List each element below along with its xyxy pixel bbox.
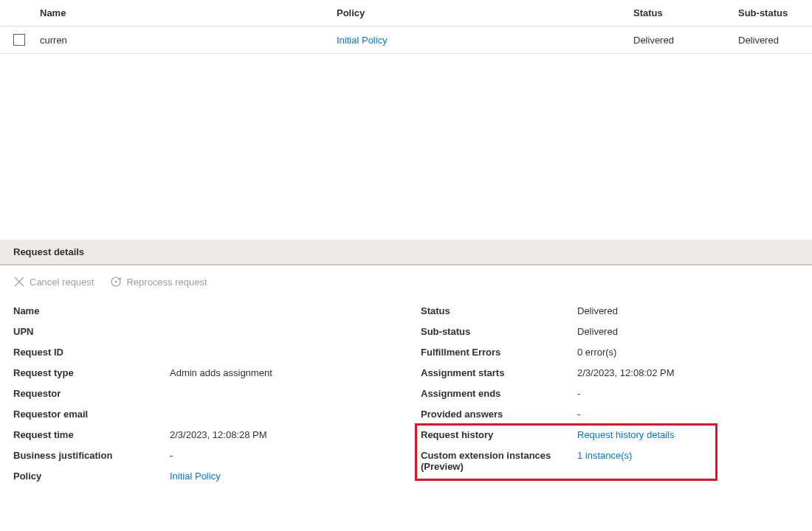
- request-id-value: [170, 347, 391, 358]
- name-label: Name: [13, 305, 170, 317]
- close-icon: [13, 276, 25, 288]
- spacer: [0, 54, 812, 240]
- request-type-label: Request type: [13, 367, 170, 379]
- header-name[interactable]: Name: [40, 7, 337, 18]
- assignment-ends-label: Assignment ends: [421, 388, 577, 400]
- request-type-value: Admin adds assignment: [170, 367, 391, 379]
- details-header: Request details: [0, 240, 812, 266]
- substatus-value: Delivered: [577, 326, 799, 338]
- provided-answers-value: -: [577, 409, 799, 420]
- header-substatus[interactable]: Sub-status: [738, 7, 799, 18]
- row-policy-link[interactable]: Initial Policy: [337, 35, 388, 46]
- custom-extension-link[interactable]: 1 instance(s): [577, 450, 632, 461]
- policy-link[interactable]: Initial Policy: [170, 471, 221, 482]
- requestor-label: Requestor: [13, 388, 170, 400]
- provided-answers-label: Provided answers: [421, 409, 577, 420]
- details-body: Name UPN Request ID Request type Admin a…: [0, 301, 812, 487]
- request-history-link[interactable]: Request history details: [577, 429, 675, 440]
- table-header-row: Name Policy Status Sub-status: [0, 0, 812, 27]
- cancel-request-button: Cancel request: [13, 276, 94, 288]
- details-left-column: Name UPN Request ID Request type Admin a…: [13, 301, 391, 487]
- reprocess-request-button: Reprocess request: [110, 276, 207, 288]
- cancel-request-label: Cancel request: [30, 277, 94, 288]
- details-right-column: Status Delivered Sub-status Delivered Fu…: [421, 301, 799, 487]
- fulfillment-errors-label: Fulfillment Errors: [421, 347, 577, 358]
- assignment-starts-value: 2/3/2023, 12:08:02 PM: [577, 367, 799, 379]
- fulfillment-errors-value: 0 error(s): [577, 347, 799, 358]
- name-value: [170, 305, 391, 317]
- custom-extension-label: Custom extension instances (Preview): [421, 450, 577, 472]
- substatus-label: Sub-status: [421, 326, 577, 338]
- header-status[interactable]: Status: [633, 7, 738, 18]
- requestor-email-value: [170, 409, 391, 420]
- row-checkbox[interactable]: [13, 34, 25, 46]
- assignment-starts-label: Assignment starts: [421, 367, 577, 379]
- request-time-label: Request time: [13, 429, 170, 441]
- status-label: Status: [421, 305, 577, 317]
- request-history-label: Request history: [421, 429, 577, 441]
- policy-label: Policy: [13, 471, 170, 482]
- business-justification-value: -: [170, 450, 391, 462]
- requestor-value: [170, 388, 391, 400]
- row-name: curren: [40, 35, 337, 46]
- business-justification-label: Business justification: [13, 450, 170, 462]
- request-id-label: Request ID: [13, 347, 170, 358]
- status-value: Delivered: [577, 305, 799, 317]
- reprocess-request-label: Reprocess request: [126, 277, 207, 288]
- request-time-value: 2/3/2023, 12:08:28 PM: [170, 429, 391, 441]
- assignment-ends-value: -: [577, 388, 799, 400]
- row-substatus: Delivered: [738, 35, 799, 46]
- requestor-email-label: Requestor email: [13, 409, 170, 420]
- header-checkbox-col: [13, 7, 40, 18]
- table-row[interactable]: curren Initial Policy Delivered Delivere…: [0, 27, 812, 54]
- upn-value: [170, 326, 391, 338]
- upn-label: UPN: [13, 326, 170, 338]
- row-status: Delivered: [633, 35, 738, 46]
- details-toolbar: Cancel request Reprocess request: [0, 266, 812, 301]
- reprocess-icon: [110, 276, 122, 288]
- requests-table: Name Policy Status Sub-status curren Ini…: [0, 0, 812, 54]
- header-policy[interactable]: Policy: [337, 7, 633, 18]
